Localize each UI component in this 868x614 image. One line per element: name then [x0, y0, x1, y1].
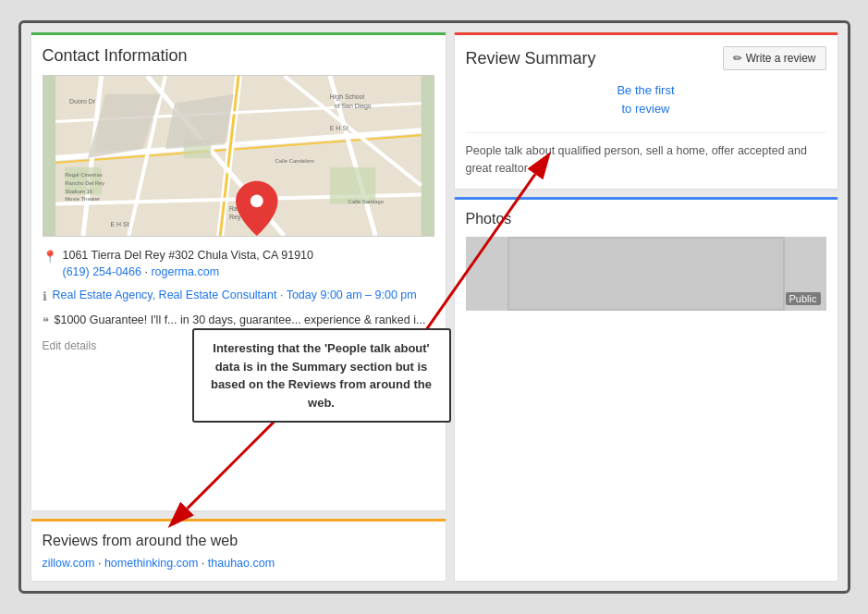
reviews-card: Reviews from around the web zillow.com ·…: [31, 519, 446, 582]
review-summary-card: Review Summary ✏ Write a review Be the f…: [454, 32, 838, 190]
svg-point-31: [250, 195, 263, 208]
location-icon: 📍: [43, 249, 57, 265]
photos-card: Photos Public: [454, 197, 838, 583]
pencil-icon: ✏: [733, 52, 742, 65]
edit-details-link[interactable]: Edit details: [43, 339, 434, 352]
contact-details: 📍 1061 Tierra Del Rey #302 Chula Vista, …: [43, 248, 434, 330]
website-link[interactable]: rogerma.com: [151, 265, 219, 278]
write-review-label: Write a review: [746, 52, 816, 65]
main-layout: Contact Information: [31, 32, 838, 582]
svg-text:Rancho Del Rey: Rancho Del Rey: [65, 180, 104, 186]
zillow-link[interactable]: zillow.com: [43, 557, 95, 570]
thauhao-link[interactable]: thauhao.com: [208, 557, 275, 570]
svg-text:E H St: E H St: [110, 221, 128, 227]
address-item: 📍 1061 Tierra Del Rey #302 Chula Vista, …: [43, 248, 434, 280]
svg-text:Stadium 16: Stadium 16: [65, 189, 93, 194]
left-column: Contact Information: [31, 32, 446, 582]
guarantee-text: $1000 Guarantee! I'll f... in 30 days, g…: [55, 313, 426, 329]
map-container: Duoro Dr High School of San Diego Regal …: [43, 75, 434, 237]
reviews-links: zillow.com · homethinking.com · thauhao.…: [43, 557, 434, 570]
quote-icon: ❝: [43, 313, 49, 330]
photos-placeholder: Public: [466, 237, 826, 311]
right-column: Review Summary ✏ Write a review Be the f…: [454, 32, 838, 582]
business-type-item: ℹ Real Estate Agency, Real Estate Consul…: [43, 288, 434, 305]
svg-text:Calle Candelero: Calle Candelero: [275, 158, 314, 164]
guarantee-item: ❝ $1000 Guarantee! I'll f... in 30 days,…: [43, 313, 434, 330]
be-first-link[interactable]: Be the first to review: [617, 83, 674, 116]
phone-link[interactable]: (619) 254-0466: [63, 265, 141, 278]
svg-text:E H St: E H St: [329, 125, 348, 131]
contact-card: Contact Information: [31, 32, 446, 511]
svg-rect-33: [509, 239, 783, 309]
business-type-link[interactable]: Real Estate Agency, Real Estate Consulta…: [53, 288, 417, 304]
svg-text:Duoro Dr: Duoro Dr: [69, 98, 96, 104]
svg-text:High School: High School: [329, 93, 364, 101]
outer-border: Contact Information: [18, 20, 850, 594]
svg-text:Movie Theater: Movie Theater: [65, 196, 100, 202]
svg-text:Regal Cinemas: Regal Cinemas: [65, 172, 103, 178]
photos-public-label: Public: [786, 292, 821, 305]
address-text: 1061 Tierra Del Rey #302 Chula Vista, CA…: [63, 248, 314, 280]
write-review-button[interactable]: ✏ Write a review: [723, 46, 826, 70]
reviews-web-title: Reviews from around the web: [43, 533, 434, 549]
contact-title: Contact Information: [43, 46, 434, 66]
review-summary-title: Review Summary: [466, 49, 596, 68]
photos-title: Photos: [466, 211, 826, 227]
be-first-section: Be the first to review: [466, 81, 826, 117]
people-talk-text: People talk about qualified person, sell…: [466, 132, 826, 178]
review-summary-header: Review Summary ✏ Write a review: [466, 46, 826, 70]
svg-text:Calle Santiago: Calle Santiago: [348, 199, 384, 204]
homethinking-link[interactable]: homethinking.com: [104, 557, 198, 570]
info-icon: ℹ: [43, 289, 47, 305]
svg-text:of San Diego: of San Diego: [334, 103, 371, 110]
